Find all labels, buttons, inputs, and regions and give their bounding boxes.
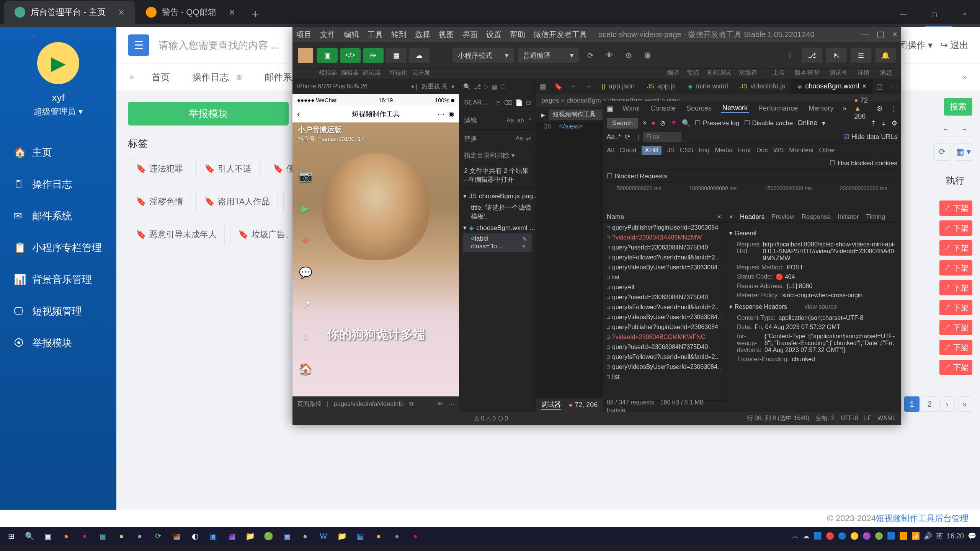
network-search-button[interactable]: Search [607,118,638,129]
app-icon[interactable]: ● [114,529,129,543]
filter-ws[interactable]: WS [773,147,784,154]
np-tab-console[interactable]: Console [649,104,677,112]
clock[interactable]: 16:20 [947,532,964,540]
page-next[interactable]: › [939,396,955,412]
tree-file[interactable]: ▾ ◈ chooseBgm.wxml...1 [463,222,532,233]
file-tab-active[interactable]: ◈chooseBgm.wxml × [791,79,872,94]
network-request[interactable]: query?userId=23063084N7375D40 [603,243,725,253]
browser-tab-admin[interactable]: 后台管理平台 - 主页 × [4,1,135,24]
forward-icon[interactable]: → [25,29,37,42]
np-tab-sources[interactable]: Sources [685,104,713,112]
page-tab-log[interactable]: 操作日志⊗ [182,66,252,89]
gear-icon[interactable]: ⚙ [891,119,897,127]
more-icon[interactable]: ⋯ [438,110,444,118]
remote-debug-icon[interactable]: ⚙ [621,48,636,63]
headers-tab[interactable]: Headers [740,213,764,221]
tree-file[interactable]: ▾ JS chooseBgm.js pag...1 [463,191,532,202]
np-tab-wxml[interactable]: Wxml [621,104,641,112]
tray-icon[interactable]: 🟦 [887,532,895,540]
app-icon[interactable]: ◐ [188,529,202,543]
refresh-icon[interactable]: ⟳ [495,99,500,106]
tag-item[interactable]: 🔖 违法犯罪 [128,158,191,179]
close-icon[interactable]: × [892,29,897,39]
forward-icon[interactable]: → [581,82,595,90]
filter-other[interactable]: Other [819,147,836,154]
app-icon[interactable]: ● [390,529,404,543]
footer-link[interactable]: 短视频制作工具后台管理 [876,513,969,524]
takedown-button[interactable]: ↗ 下架 [939,360,972,375]
menu-item[interactable]: 编辑 [344,29,359,40]
page-2[interactable]: 2 [922,396,937,412]
git-icon[interactable]: ⎇ [474,83,481,90]
throttle-select[interactable]: Online [797,119,817,127]
tray-icon[interactable]: 🟧 [899,532,908,540]
gear-icon[interactable]: ⚙ [877,104,883,113]
takedown-button[interactable]: ↗ 下架 [939,340,972,355]
app-icon[interactable]: 📁 [243,529,257,543]
app-icon[interactable]: ▦ [224,529,239,543]
response-tab[interactable]: Response [802,213,831,221]
takedown-button[interactable]: ↗ 下架 [939,260,972,276]
app-icon[interactable]: ▣ [279,529,294,543]
split-icon[interactable]: ▥ [872,82,887,91]
app-icon[interactable]: ● [132,529,147,543]
logout-button[interactable]: ↪ 退出 [940,39,969,51]
clear-cache-icon[interactable]: 🗑 [640,48,655,63]
sidebar-item-video[interactable]: 🖵短视频管理 [0,295,116,327]
tray-icon[interactable]: 🟣 [862,532,871,540]
network-request[interactable]: queryVideosByUser?userId=23063084.. [603,312,725,322]
filter-input[interactable]: Filter [643,132,681,142]
network-request[interactable]: queryIsFollowed?userId=null&fanId=2.. [603,352,725,362]
new-tab-button[interactable]: + [246,5,265,24]
view-source-link[interactable]: view source [805,303,837,310]
play-icon[interactable]: ▶ [298,201,313,216]
search-taskbar-icon[interactable]: 🔍 [22,529,37,543]
menu-item[interactable]: 微信开发者工具 [534,29,587,40]
network-request[interactable]: query?userId=23063084N7375D40 [603,292,725,302]
export-icon[interactable]: ⇣ [881,119,887,127]
preserve-log-checkbox[interactable]: ☐Preserve log [695,119,739,127]
file-tab[interactable]: {}app.json [595,79,641,94]
app-icon[interactable]: ● [408,529,423,543]
tray-icon[interactable]: ︿ [792,531,799,541]
takedown-button[interactable]: ↗ 下架 [939,220,972,236]
menu-item[interactable]: 选择 [415,29,430,40]
maximize-icon[interactable]: ▢ [919,5,949,24]
takedown-button[interactable]: ↗ 下架 [939,320,972,335]
page-tab-home[interactable]: 首页 [142,66,180,89]
sidebar-item-mail[interactable]: ✉邮件系统 [0,200,116,232]
disable-cache-checkbox[interactable]: ☐Disable cache [744,119,793,127]
network-request[interactable]: list [603,272,725,282]
dismiss-icon[interactable]: ✎ × [522,236,532,250]
collapse-icon[interactable]: ⊟ [526,99,531,106]
browser-tab-mail[interactable]: 警告 - QQ邮箱 × [135,1,246,24]
menu-item[interactable]: 转到 [391,29,407,40]
report-module-button[interactable]: 举报模块 [128,102,289,126]
upload-icon[interactable]: ⇧ [782,48,798,63]
home-icon[interactable]: 🏠 [298,361,313,377]
page-last[interactable]: » [957,396,972,412]
filter-xhr[interactable]: XHR [642,146,662,155]
sidebar-item-bgm[interactable]: 📊背景音乐管理 [0,264,116,295]
tag-item[interactable]: 🔖 引人不适 [196,158,260,179]
timing-tab[interactable]: Timing [866,213,885,221]
network-request[interactable]: queryPublisher?loginUserId=23063084 [603,223,725,233]
network-request[interactable]: queryVideosByUser?userId=23063084.. [603,262,725,272]
network-request[interactable]: ?videoId=230804BCGMMKWFNC [603,332,725,342]
menu-item[interactable]: 文件 [320,29,335,40]
filter-font[interactable]: Font [738,147,751,154]
import-icon[interactable]: ⇡ [871,119,876,127]
file-tab[interactable]: ◈mine.wxml [682,79,734,94]
task-view-icon[interactable]: ▣ [41,529,55,543]
menu-item[interactable]: 工具 [368,29,383,40]
search-icon[interactable]: 🔍 [682,119,690,127]
menu-item[interactable]: 界面 [462,29,478,40]
app-icon[interactable]: 🟢 [261,529,276,543]
takedown-button[interactable]: ↗ 下架 [939,201,972,216]
app-icon[interactable]: 📁 [335,529,349,543]
visual-toggle[interactable]: ▦ [386,48,407,63]
refresh-button[interactable]: ⟳ [933,143,951,161]
app-icon[interactable]: ▦ [169,529,184,543]
record-icon[interactable]: ● [651,119,655,127]
network-timeline[interactable]: 500000000000 ms 1000000000000 ms 1500000… [603,183,901,211]
